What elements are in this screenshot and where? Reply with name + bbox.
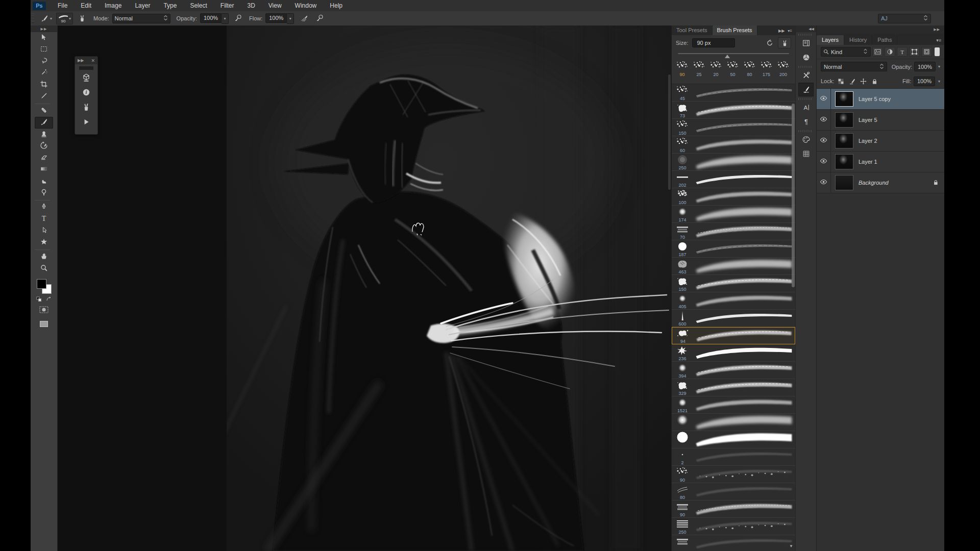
- flow-value[interactable]: 100%: [265, 13, 287, 23]
- move-tool[interactable]: [35, 32, 53, 44]
- toolbar-collapse-button[interactable]: ▶▶: [31, 26, 57, 32]
- eyedropper-tool[interactable]: [35, 91, 53, 103]
- swap-colors-icon[interactable]: [46, 295, 52, 301]
- hand-tool[interactable]: [35, 251, 53, 263]
- toggle-brush-panel-button[interactable]: [77, 13, 87, 23]
- menu-select[interactable]: Select: [183, 2, 213, 9]
- brush-preset[interactable]: [672, 414, 795, 431]
- canvas-area[interactable]: ▶▶ ✕ i: [58, 26, 671, 551]
- layer-comps-panel-icon[interactable]: [798, 147, 814, 161]
- menu-view[interactable]: View: [262, 2, 288, 9]
- layer-row-layer-5[interactable]: Layer 5: [817, 110, 944, 131]
- brush-preset-463[interactable]: 463: [672, 258, 795, 275]
- layer-thumbnail[interactable]: [835, 154, 853, 169]
- filter-adjustment-layers-icon[interactable]: [885, 47, 895, 57]
- brush-preset-202[interactable]: 202: [672, 171, 795, 188]
- airbrush-icon[interactable]: [299, 13, 309, 23]
- filter-pixel-layers-icon[interactable]: [872, 47, 883, 57]
- menu-file[interactable]: File: [51, 2, 74, 9]
- scroll-down-icon[interactable]: ▼: [789, 544, 793, 548]
- filter-toggle-switch[interactable]: [935, 47, 940, 56]
- brush-size-input[interactable]: 90 px: [692, 38, 735, 47]
- blend-mode-select[interactable]: Normal: [821, 62, 887, 71]
- zoom-tool[interactable]: [35, 263, 53, 274]
- menu-image[interactable]: Image: [98, 2, 128, 9]
- layer-thumbnail[interactable]: [835, 112, 853, 128]
- brush-panel-icon[interactable]: [798, 83, 814, 96]
- marquee-tool[interactable]: [35, 44, 53, 56]
- layer-name[interactable]: Layer 1: [859, 159, 877, 165]
- brush-presets-panel-button[interactable]: [78, 101, 95, 115]
- brush-preset-600[interactable]: 600: [672, 310, 795, 327]
- layer-visibility-toggle[interactable]: [817, 110, 831, 130]
- brush-preset-90[interactable]: 90: [672, 466, 795, 483]
- brush-preset-187[interactable]: 187: [672, 240, 795, 258]
- brush-preset-73[interactable]: 73: [672, 102, 795, 119]
- chevron-down-icon[interactable]: ▾: [938, 64, 940, 69]
- layer-thumbnail[interactable]: [835, 175, 853, 190]
- tool-panel-icon[interactable]: [798, 68, 814, 82]
- tab-history[interactable]: History: [844, 35, 872, 45]
- mode-select[interactable]: Normal: [112, 14, 170, 23]
- dock-collapse-icon[interactable]: ▶▶: [817, 26, 944, 34]
- filter-shape-layers-icon[interactable]: [909, 47, 920, 57]
- brush-preset-1521[interactable]: 1521: [672, 396, 795, 414]
- layer-name[interactable]: Background: [859, 180, 889, 186]
- lock-image-pixels-icon[interactable]: [848, 77, 856, 85]
- layer-visibility-toggle[interactable]: [817, 152, 831, 172]
- expand-panel-icon[interactable]: ▶▶: [778, 29, 785, 33]
- expand-panel-icon[interactable]: ▶▶: [78, 58, 84, 63]
- document-canvas-dark-knight-painting[interactable]: [227, 26, 671, 551]
- menu-filter[interactable]: Filter: [214, 2, 241, 9]
- brush-preset-250[interactable]: 250: [672, 154, 795, 171]
- close-icon[interactable]: ✕: [91, 58, 95, 63]
- info-panel-button[interactable]: i: [78, 86, 95, 101]
- brush-tool[interactable]: [35, 117, 53, 129]
- layer-row-layer-2[interactable]: Layer 2: [817, 131, 944, 152]
- layer-name[interactable]: Layer 5: [859, 117, 877, 123]
- brush-preset-236[interactable]: 236: [672, 344, 795, 362]
- color-panel-icon[interactable]: [798, 51, 814, 64]
- 3d-material-panel-button[interactable]: [78, 71, 95, 86]
- menu-3d[interactable]: 3D: [240, 2, 261, 9]
- brush-preset-60[interactable]: 60: [672, 136, 795, 154]
- panel-menu-icon[interactable]: ▾≡: [933, 38, 944, 45]
- layer-opacity-value[interactable]: 100%: [914, 62, 936, 71]
- flow-dropdown[interactable]: ▾: [287, 13, 294, 24]
- brush-preset-100[interactable]: 100: [672, 188, 795, 206]
- opacity-dropdown[interactable]: ▾: [222, 13, 229, 24]
- layer-name[interactable]: Layer 5 copy: [859, 96, 891, 102]
- lasso-tool[interactable]: [35, 56, 53, 67]
- tab-layers[interactable]: Layers: [817, 35, 844, 45]
- path-selection-tool[interactable]: [35, 225, 53, 237]
- custom-shape-tool[interactable]: [35, 237, 53, 248]
- lock-transparent-pixels-icon[interactable]: [837, 77, 845, 85]
- type-tool[interactable]: T: [35, 213, 53, 225]
- recent-brush-80[interactable]: 80: [741, 60, 758, 84]
- menu-window[interactable]: Window: [288, 2, 324, 9]
- brush-preset-45[interactable]: 45: [672, 84, 795, 102]
- brush-preset-2[interactable]: 2: [672, 448, 795, 466]
- history-brush-tool[interactable]: [35, 140, 53, 152]
- layer-row-background[interactable]: Background: [817, 172, 944, 193]
- screen-mode-button[interactable]: [36, 318, 52, 330]
- recent-brush-90[interactable]: 90: [674, 60, 691, 84]
- lock-all-icon[interactable]: [870, 77, 879, 85]
- recent-brush-20[interactable]: 20: [707, 60, 724, 84]
- brush-size-slider[interactable]: [678, 51, 789, 59]
- menu-type[interactable]: Type: [157, 2, 183, 9]
- properties-panel-icon[interactable]: [798, 36, 814, 50]
- brush-list-scrollbar[interactable]: [792, 104, 795, 287]
- gradient-tool[interactable]: [35, 164, 53, 176]
- foreground-color-swatch[interactable]: [37, 279, 46, 289]
- opacity-value[interactable]: 100%: [200, 13, 222, 23]
- layer-thumbnail[interactable]: [835, 133, 853, 148]
- brush-preset-150[interactable]: 150: [672, 119, 795, 136]
- brush-preset-90[interactable]: 90: [672, 500, 795, 518]
- brush-preset-174[interactable]: 174: [672, 206, 795, 223]
- layer-name[interactable]: Layer 2: [859, 138, 877, 144]
- character-panel-icon[interactable]: A: [798, 101, 814, 114]
- filter-smart-objects-icon[interactable]: [921, 47, 932, 57]
- eraser-tool[interactable]: [35, 152, 53, 164]
- brush-preset-329[interactable]: 329: [672, 379, 795, 396]
